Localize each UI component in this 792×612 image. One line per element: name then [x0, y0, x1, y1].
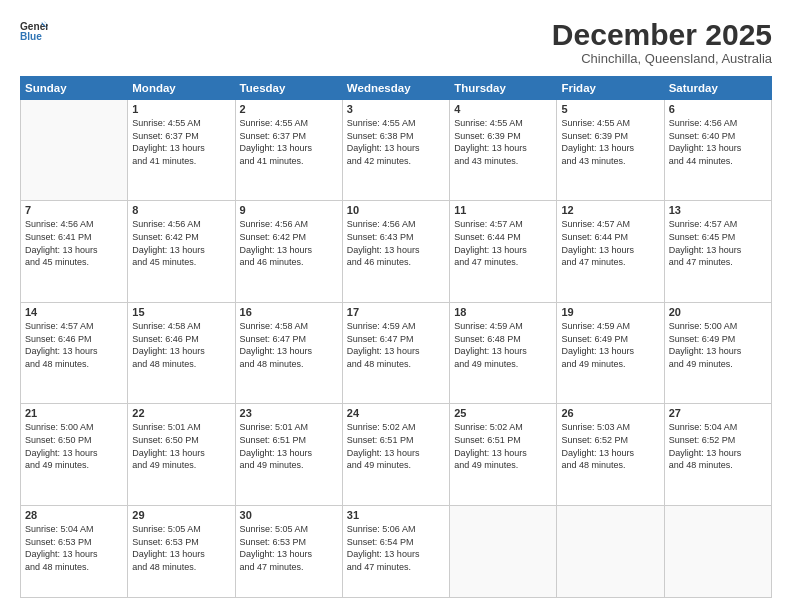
table-row: 29Sunrise: 5:05 AMSunset: 6:53 PMDayligh…	[128, 505, 235, 597]
day-number: 16	[240, 306, 338, 318]
cell-details: Sunrise: 4:56 AMSunset: 6:43 PMDaylight:…	[347, 218, 445, 268]
cell-details: Sunrise: 4:55 AMSunset: 6:39 PMDaylight:…	[561, 117, 659, 167]
calendar-table: Sunday Monday Tuesday Wednesday Thursday…	[20, 76, 772, 598]
calendar-row: 7Sunrise: 4:56 AMSunset: 6:41 PMDaylight…	[21, 201, 772, 302]
cell-details: Sunrise: 5:06 AMSunset: 6:54 PMDaylight:…	[347, 523, 445, 573]
day-number: 23	[240, 407, 338, 419]
table-row: 16Sunrise: 4:58 AMSunset: 6:47 PMDayligh…	[235, 302, 342, 403]
month-title: December 2025	[552, 18, 772, 51]
day-number: 26	[561, 407, 659, 419]
cell-details: Sunrise: 4:57 AMSunset: 6:44 PMDaylight:…	[454, 218, 552, 268]
table-row: 30Sunrise: 5:05 AMSunset: 6:53 PMDayligh…	[235, 505, 342, 597]
day-number: 4	[454, 103, 552, 115]
day-number: 8	[132, 204, 230, 216]
cell-details: Sunrise: 4:55 AMSunset: 6:37 PMDaylight:…	[240, 117, 338, 167]
day-number: 30	[240, 509, 338, 521]
day-number: 12	[561, 204, 659, 216]
day-number: 24	[347, 407, 445, 419]
table-row: 25Sunrise: 5:02 AMSunset: 6:51 PMDayligh…	[450, 404, 557, 505]
col-thursday: Thursday	[450, 77, 557, 100]
header-row: Sunday Monday Tuesday Wednesday Thursday…	[21, 77, 772, 100]
table-row: 27Sunrise: 5:04 AMSunset: 6:52 PMDayligh…	[664, 404, 771, 505]
table-row: 23Sunrise: 5:01 AMSunset: 6:51 PMDayligh…	[235, 404, 342, 505]
table-row: 2Sunrise: 4:55 AMSunset: 6:37 PMDaylight…	[235, 100, 342, 201]
day-number: 21	[25, 407, 123, 419]
table-row: 31Sunrise: 5:06 AMSunset: 6:54 PMDayligh…	[342, 505, 449, 597]
col-friday: Friday	[557, 77, 664, 100]
cell-details: Sunrise: 4:57 AMSunset: 6:44 PMDaylight:…	[561, 218, 659, 268]
day-number: 29	[132, 509, 230, 521]
cell-details: Sunrise: 5:02 AMSunset: 6:51 PMDaylight:…	[454, 421, 552, 471]
calendar-row: 1Sunrise: 4:55 AMSunset: 6:37 PMDaylight…	[21, 100, 772, 201]
table-row: 26Sunrise: 5:03 AMSunset: 6:52 PMDayligh…	[557, 404, 664, 505]
page: General Blue December 2025 Chinchilla, Q…	[0, 0, 792, 612]
cell-details: Sunrise: 4:56 AMSunset: 6:41 PMDaylight:…	[25, 218, 123, 268]
table-row: 14Sunrise: 4:57 AMSunset: 6:46 PMDayligh…	[21, 302, 128, 403]
cell-details: Sunrise: 4:59 AMSunset: 6:49 PMDaylight:…	[561, 320, 659, 370]
day-number: 2	[240, 103, 338, 115]
table-row: 3Sunrise: 4:55 AMSunset: 6:38 PMDaylight…	[342, 100, 449, 201]
day-number: 25	[454, 407, 552, 419]
day-number: 18	[454, 306, 552, 318]
table-row: 6Sunrise: 4:56 AMSunset: 6:40 PMDaylight…	[664, 100, 771, 201]
day-number: 27	[669, 407, 767, 419]
table-row: 13Sunrise: 4:57 AMSunset: 6:45 PMDayligh…	[664, 201, 771, 302]
table-row: 5Sunrise: 4:55 AMSunset: 6:39 PMDaylight…	[557, 100, 664, 201]
day-number: 15	[132, 306, 230, 318]
cell-details: Sunrise: 4:59 AMSunset: 6:47 PMDaylight:…	[347, 320, 445, 370]
cell-details: Sunrise: 5:05 AMSunset: 6:53 PMDaylight:…	[240, 523, 338, 573]
day-number: 11	[454, 204, 552, 216]
table-row: 20Sunrise: 5:00 AMSunset: 6:49 PMDayligh…	[664, 302, 771, 403]
cell-details: Sunrise: 4:55 AMSunset: 6:39 PMDaylight:…	[454, 117, 552, 167]
cell-details: Sunrise: 5:04 AMSunset: 6:53 PMDaylight:…	[25, 523, 123, 573]
cell-details: Sunrise: 4:55 AMSunset: 6:37 PMDaylight:…	[132, 117, 230, 167]
calendar-row: 21Sunrise: 5:00 AMSunset: 6:50 PMDayligh…	[21, 404, 772, 505]
table-row: 24Sunrise: 5:02 AMSunset: 6:51 PMDayligh…	[342, 404, 449, 505]
location: Chinchilla, Queensland, Australia	[552, 51, 772, 66]
cell-details: Sunrise: 5:04 AMSunset: 6:52 PMDaylight:…	[669, 421, 767, 471]
table-row: 18Sunrise: 4:59 AMSunset: 6:48 PMDayligh…	[450, 302, 557, 403]
col-saturday: Saturday	[664, 77, 771, 100]
logo: General Blue	[20, 18, 48, 46]
table-row: 21Sunrise: 5:00 AMSunset: 6:50 PMDayligh…	[21, 404, 128, 505]
cell-details: Sunrise: 4:56 AMSunset: 6:42 PMDaylight:…	[240, 218, 338, 268]
calendar-row: 28Sunrise: 5:04 AMSunset: 6:53 PMDayligh…	[21, 505, 772, 597]
table-row: 28Sunrise: 5:04 AMSunset: 6:53 PMDayligh…	[21, 505, 128, 597]
day-number: 22	[132, 407, 230, 419]
table-row: 8Sunrise: 4:56 AMSunset: 6:42 PMDaylight…	[128, 201, 235, 302]
cell-details: Sunrise: 4:58 AMSunset: 6:47 PMDaylight:…	[240, 320, 338, 370]
cell-details: Sunrise: 4:56 AMSunset: 6:42 PMDaylight:…	[132, 218, 230, 268]
logo-icon: General Blue	[20, 18, 48, 46]
table-row: 9Sunrise: 4:56 AMSunset: 6:42 PMDaylight…	[235, 201, 342, 302]
svg-text:Blue: Blue	[20, 31, 42, 42]
day-number: 20	[669, 306, 767, 318]
day-number: 3	[347, 103, 445, 115]
table-row: 11Sunrise: 4:57 AMSunset: 6:44 PMDayligh…	[450, 201, 557, 302]
table-row: 19Sunrise: 4:59 AMSunset: 6:49 PMDayligh…	[557, 302, 664, 403]
header: General Blue December 2025 Chinchilla, Q…	[20, 18, 772, 66]
col-sunday: Sunday	[21, 77, 128, 100]
table-row: 1Sunrise: 4:55 AMSunset: 6:37 PMDaylight…	[128, 100, 235, 201]
table-row	[450, 505, 557, 597]
title-area: December 2025 Chinchilla, Queensland, Au…	[552, 18, 772, 66]
day-number: 5	[561, 103, 659, 115]
cell-details: Sunrise: 5:00 AMSunset: 6:49 PMDaylight:…	[669, 320, 767, 370]
day-number: 13	[669, 204, 767, 216]
cell-details: Sunrise: 4:55 AMSunset: 6:38 PMDaylight:…	[347, 117, 445, 167]
table-row: 17Sunrise: 4:59 AMSunset: 6:47 PMDayligh…	[342, 302, 449, 403]
table-row: 22Sunrise: 5:01 AMSunset: 6:50 PMDayligh…	[128, 404, 235, 505]
cell-details: Sunrise: 5:01 AMSunset: 6:50 PMDaylight:…	[132, 421, 230, 471]
day-number: 14	[25, 306, 123, 318]
day-number: 6	[669, 103, 767, 115]
cell-details: Sunrise: 4:57 AMSunset: 6:46 PMDaylight:…	[25, 320, 123, 370]
cell-details: Sunrise: 5:00 AMSunset: 6:50 PMDaylight:…	[25, 421, 123, 471]
cell-details: Sunrise: 5:05 AMSunset: 6:53 PMDaylight:…	[132, 523, 230, 573]
day-number: 10	[347, 204, 445, 216]
cell-details: Sunrise: 5:03 AMSunset: 6:52 PMDaylight:…	[561, 421, 659, 471]
col-wednesday: Wednesday	[342, 77, 449, 100]
table-row: 12Sunrise: 4:57 AMSunset: 6:44 PMDayligh…	[557, 201, 664, 302]
table-row	[664, 505, 771, 597]
day-number: 1	[132, 103, 230, 115]
cell-details: Sunrise: 4:57 AMSunset: 6:45 PMDaylight:…	[669, 218, 767, 268]
day-number: 19	[561, 306, 659, 318]
